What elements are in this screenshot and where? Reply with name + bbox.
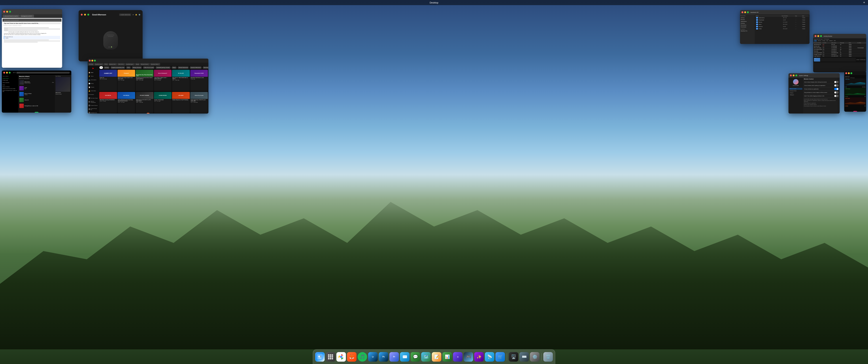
add-desktop-button[interactable]: + <box>863 1 865 5</box>
firefox-tab-steam[interactable]: Steam <box>135 63 140 65</box>
finder-row-applications[interactable]: Applications 30.1.25 -- Folder <box>755 17 809 19</box>
chrome-window[interactable]: ● Tips and Tricks for macOS... hostingpi… <box>2 9 62 68</box>
yt-nav-history[interactable]: 🕐 History <box>88 82 98 85</box>
activity-minimize[interactable] <box>817 35 819 37</box>
activity-row-6[interactable]: com.apple.WebKit 1.6 3:03:99:08.30 21 Ap… <box>813 52 866 54</box>
logi-minimize[interactable] <box>84 14 86 16</box>
yt-nav-subs-section[interactable]: Subscriptions <box>88 93 98 96</box>
cat-gpu[interactable]: Graphics processing units <box>111 66 125 69</box>
firefox-minimize[interactable] <box>91 60 93 61</box>
settings-minimize[interactable] <box>793 75 795 76</box>
firefox-tab-quantum[interactable]: Quantum Mech... <box>150 63 160 65</box>
spotify-track-5[interactable]: Strangefruit pt. Listen to Sth <box>19 103 54 108</box>
cat-cpus[interactable]: CPUs <box>126 66 131 69</box>
toggle-group[interactable] <box>834 88 839 90</box>
toggle-hold[interactable] <box>834 95 839 97</box>
mx-minimize[interactable] <box>848 72 850 74</box>
yt-nav-playlists[interactable]: 📋 Playlists <box>88 85 98 89</box>
dock-icon-maps[interactable]: 🗺️ <box>421 352 431 362</box>
dock-icon-window-mgr[interactable]: ≡ <box>453 352 463 362</box>
logi-close[interactable] <box>81 14 83 16</box>
chrome-tab-2[interactable]: hostingpixel.com/9447... <box>20 15 34 18</box>
mx-maximize[interactable] <box>850 72 852 74</box>
yt-nav-home[interactable]: 🏠 Home <box>88 71 98 74</box>
firefox-tab-cpus[interactable]: CPUs <box>104 63 108 65</box>
close-button[interactable] <box>3 11 5 12</box>
spotify-window[interactable]: ⬅ ➡ Search Your Library Liked Songs 2 da… <box>2 71 71 113</box>
yt-sub-4[interactable]: Camera House D9 <box>88 107 98 111</box>
firefox-tab-handheld[interactable]: handheld gam... <box>125 63 135 65</box>
spotify-close[interactable] <box>3 72 5 74</box>
spotify-maximize[interactable] <box>9 72 10 74</box>
dock-icon-mail[interactable]: ✉️ <box>400 352 409 362</box>
finder-row-public[interactable]: Public 15.12.24 -- Folder <box>755 28 809 30</box>
activity-row-1[interactable]: WindowServer 9.8 8:40.33 19 Apple <box>813 44 866 46</box>
spotify-minimize[interactable] <box>6 72 8 74</box>
yt-video-4[interactable]: End of Universe? Large Hadron Collider m… <box>154 70 172 91</box>
activity-monitor-window[interactable]: Activity Monitor Apple M4 (8-Core + 4 P-… <box>813 34 866 72</box>
spotify-track-1[interactable]: Mezzanine Massive Attack Oral <box>19 80 54 85</box>
finder-minimize[interactable] <box>744 11 746 13</box>
yt-nav-subscriptions[interactable]: 📺 Subscriptions <box>88 78 98 82</box>
logi-window[interactable]: Good Afternoon + ADD DEVICE ⇄ 🔔 ⚙️ 95% 🔋… <box>79 10 143 61</box>
cat-fry[interactable]: A Bit of Fry & Laurie <box>143 66 155 69</box>
cat-steam[interactable]: Steam <box>172 66 177 69</box>
activity-row-5[interactable]: Terminal 1.7 0:29:96.03 8 Apple <box>813 50 866 52</box>
spotify-track-2[interactable]: 2020 Blur <box>19 86 54 91</box>
finder-row-pictures[interactable]: Pictures 10:40 -- Folder <box>755 25 809 28</box>
cat-delivery[interactable]: Delivery Devices <box>132 66 142 69</box>
dock-icon-numbers[interactable]: 📊 <box>442 352 452 362</box>
toggle-close[interactable] <box>834 84 839 87</box>
dock-icon-notchmeister[interactable]: ✨ <box>474 352 484 362</box>
cat-handheld[interactable]: handheld gaming consoles <box>155 66 170 69</box>
firefox-close[interactable] <box>89 60 91 61</box>
toggle-drag[interactable] <box>834 91 839 93</box>
mx-close[interactable] <box>845 72 847 74</box>
yt-video-5[interactable]: 4K KILLER ROG XG17 S - REAL NVIDIA Kille… <box>172 70 190 91</box>
yt-nav-liked[interactable]: 👍 Liked videos <box>88 89 98 93</box>
dock-icon-messages[interactable]: 💬 <box>411 352 420 362</box>
activity-maximize[interactable] <box>820 35 822 37</box>
yt-sub-1[interactable]: Top Gear Classic <box>88 96 98 100</box>
activity-row-2[interactable]: kernel_task 6.5 2:1148,095 --- Apple <box>813 46 866 47</box>
activity-close[interactable] <box>815 35 816 37</box>
dock-icon-finder[interactable] <box>315 352 325 362</box>
yt-video-10[interactable]: AVOWED REVIEW Avowed - Review Build 21K … <box>154 92 172 113</box>
dock-icon-premiere[interactable]: Pr <box>390 352 399 362</box>
firefox-tab-youtube[interactable]: YouTube <box>88 63 94 65</box>
finder-row-downloads[interactable]: Downloads 11:04 -- Folder <box>755 19 809 21</box>
maximize-button[interactable] <box>9 11 11 12</box>
yt-sub-2[interactable]: National Geographics <box>88 100 98 104</box>
activity-row-8[interactable]: Logi Options+ 0.9 0:01:88.48.30 12 Apple <box>813 55 866 57</box>
yt-video-3[interactable]: Physicists Say They Know How Cold Physic… <box>136 70 153 91</box>
logi-maximize[interactable] <box>87 14 89 16</box>
dock-icon-chrome[interactable] <box>336 352 346 362</box>
firefox-tab-hammond[interactable]: Richard Hamm... <box>140 63 150 65</box>
yt-video-8[interactable]: USA SPECIAL Jeremy Richard & James Test … <box>118 92 135 113</box>
firefox-maximize[interactable] <box>94 60 96 61</box>
dock-icon-spotify[interactable]: 🎵 <box>358 352 367 362</box>
activity-row-7[interactable]: Google Chrome 1.3 0:28:10.14 19 Apple <box>813 54 866 55</box>
cat-electrical[interactable]: Electrical Engineering <box>203 66 209 69</box>
yt-sub-3[interactable]: Gamers Discuss <box>88 104 98 107</box>
yt-nav-shorts[interactable]: ⚡ Shorts <box>88 74 98 78</box>
yt-video-9[interactable]: RTX 5070 Ti REVIEW Nvidia GeForce RTX 50… <box>136 92 153 113</box>
finder-row-movies[interactable]: Movies 17.12.24 -- Folder <box>755 21 809 23</box>
finder-close[interactable] <box>742 11 743 13</box>
finder-row-music[interactable]: Music 15.12.24 -- Folder <box>755 23 809 25</box>
spotify-track-3[interactable]: Music & Noise Various <box>19 91 54 97</box>
finder-window[interactable]: macintosh HD Favourites AirDrop Recents … <box>740 10 809 44</box>
firefox-tab-gpu[interactable]: Graphics proc... <box>94 63 103 65</box>
dock-icon-screen[interactable]: 🖥️ <box>509 352 518 362</box>
yt-video-6[interactable]: Steamdeck OLED Steamdeck OLED blew my mi… <box>190 70 208 91</box>
spotify-track-4[interactable]: Arlan AC <box>19 97 54 103</box>
activity-row-3[interactable]: Microsoft Edge 3.0 2:1149,095 77 Apple U… <box>813 47 866 49</box>
cat-quantum[interactable]: Quantum Mechanics <box>190 66 202 69</box>
cat-gaming[interactable]: Gaming <box>104 66 110 69</box>
firefox-tab-fry[interactable]: A Bit of Fry... <box>117 63 125 65</box>
yt-video-11[interactable]: +65% MSRP Nvidia's Response to Total PR … <box>172 92 190 113</box>
chrome-tab-1[interactable]: ● Tips and Tricks for macOS... <box>3 15 20 18</box>
yt-video-7[interactable]: USA SPECIAL AMD Made Something INCREDIBL… <box>99 92 117 113</box>
firefox-tab-delivery[interactable]: Delivery Dev... <box>108 63 117 65</box>
dock-icon-airdrop[interactable]: 📡 <box>485 352 494 362</box>
